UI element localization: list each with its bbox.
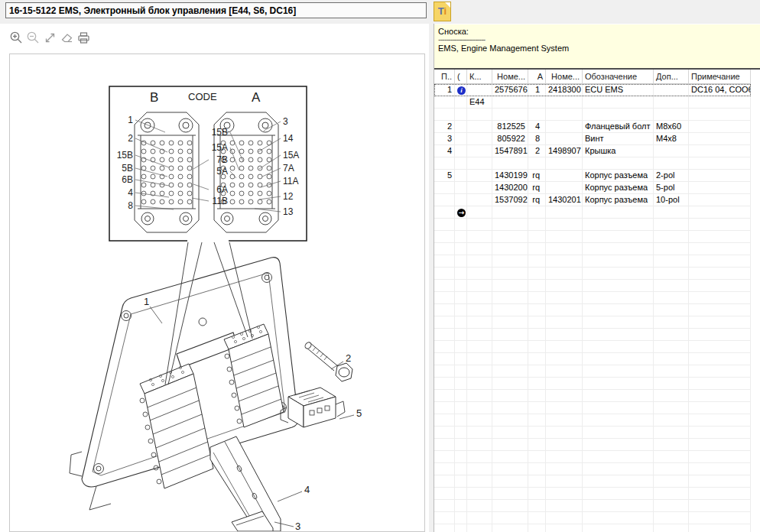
table-row[interactable] xyxy=(434,341,751,353)
table-cell xyxy=(528,451,546,463)
table-row[interactable]: 28125254Фланцевый болтM8x60 xyxy=(434,121,751,133)
table-cell xyxy=(467,451,492,463)
table-cell xyxy=(434,255,455,268)
table-row[interactable] xyxy=(434,304,751,316)
table-cell: rq xyxy=(528,182,546,194)
table-row[interactable] xyxy=(434,316,751,329)
svg-text:11B: 11B xyxy=(213,196,228,206)
table-row[interactable] xyxy=(434,427,751,439)
zoom-in-icon[interactable] xyxy=(9,31,24,45)
table-cell xyxy=(546,439,583,451)
table-cell xyxy=(546,451,583,463)
table-cell: 2 xyxy=(528,145,546,157)
table-row[interactable]: 1537092rq1430201Корпус разъема10-pol xyxy=(434,194,751,206)
table-row[interactable] xyxy=(434,365,751,378)
table-cell xyxy=(689,145,751,157)
table-cell xyxy=(654,206,689,219)
table-cell xyxy=(467,378,492,390)
table-row[interactable] xyxy=(434,243,751,255)
table-row[interactable] xyxy=(434,488,751,500)
table-row[interactable]: 38059228ВинтM4x8 xyxy=(434,133,751,145)
table-cell xyxy=(546,243,583,255)
table-row[interactable] xyxy=(434,329,751,341)
table-cell xyxy=(528,219,546,231)
column-header[interactable]: Номе... xyxy=(492,70,528,84)
table-cell: M8x60 xyxy=(654,121,689,133)
table-cell xyxy=(583,524,654,532)
svg-text:4: 4 xyxy=(128,187,133,198)
table-row[interactable]: 1430200rqКорпус разъема5-pol xyxy=(434,182,751,194)
column-header[interactable]: П.. xyxy=(434,70,455,84)
column-header[interactable]: Доп... xyxy=(654,70,689,84)
column-header[interactable]: ( xyxy=(455,70,467,84)
table-row[interactable] xyxy=(434,500,751,512)
table-cell xyxy=(654,292,689,304)
table-row[interactable] xyxy=(434,157,751,170)
info-icon[interactable]: i xyxy=(457,86,466,95)
table-row[interactable] xyxy=(434,255,751,268)
column-header[interactable]: К... xyxy=(467,70,492,84)
table-row[interactable] xyxy=(434,390,751,402)
table-row[interactable] xyxy=(434,475,751,488)
table-row[interactable] xyxy=(434,451,751,463)
section-title-field[interactable]: 16-15-5122 EMS, Электронный блок управле… xyxy=(5,2,427,18)
technical-info-icon[interactable]: Ti xyxy=(434,2,451,21)
fit-view-icon[interactable] xyxy=(43,31,57,45)
column-header[interactable]: Примечание xyxy=(689,70,751,84)
table-row[interactable] xyxy=(434,439,751,451)
column-header[interactable]: Обозначение xyxy=(583,70,654,84)
table-cell xyxy=(434,353,455,365)
table-row[interactable]: 51430199rqКорпус разъема2-pol xyxy=(434,170,751,182)
table-row[interactable]: E44 xyxy=(434,96,751,109)
table-cell xyxy=(546,427,583,439)
table-cell xyxy=(689,439,751,451)
table-row[interactable] xyxy=(434,463,751,475)
table-cell xyxy=(654,512,689,524)
table-cell xyxy=(434,500,455,512)
table-row[interactable] xyxy=(434,280,751,292)
table-cell xyxy=(654,280,689,292)
column-header[interactable]: А xyxy=(528,70,546,84)
table-cell xyxy=(528,157,546,170)
svg-text:6B: 6B xyxy=(122,174,133,185)
table-cell xyxy=(434,414,455,427)
table-cell xyxy=(492,512,528,524)
table-cell xyxy=(528,255,546,268)
parts-panel: Сноска: ----------------------- EMS, Eng… xyxy=(434,24,760,532)
illustration-canvas[interactable]: B CODE A xyxy=(9,54,425,532)
print-icon[interactable] xyxy=(76,31,91,45)
table-row[interactable] xyxy=(434,524,751,532)
app-window: 16-15-5122 EMS, Электронный блок управле… xyxy=(0,0,760,532)
svg-text:13: 13 xyxy=(283,206,294,217)
table-cell xyxy=(654,316,689,329)
table-cell xyxy=(546,488,583,500)
table-cell xyxy=(654,500,689,512)
svg-text:15B: 15B xyxy=(212,127,228,138)
arrow-right-icon[interactable]: → xyxy=(457,209,466,217)
table-row[interactable] xyxy=(434,353,751,365)
table-row[interactable] xyxy=(434,512,751,524)
table-cell xyxy=(455,524,467,532)
table-cell xyxy=(434,157,455,170)
table-row[interactable]: → xyxy=(434,206,751,219)
eraser-icon[interactable] xyxy=(60,31,74,45)
table-row[interactable] xyxy=(434,268,751,280)
table-row[interactable] xyxy=(434,292,751,304)
table-cell xyxy=(689,121,751,133)
table-cell xyxy=(434,512,455,524)
table-row[interactable] xyxy=(434,231,751,243)
table-row[interactable] xyxy=(434,219,751,231)
table-cell xyxy=(492,231,528,243)
table-row[interactable] xyxy=(434,414,751,427)
zoom-out-icon[interactable] xyxy=(26,31,41,45)
table-row[interactable] xyxy=(434,402,751,414)
table-cell xyxy=(583,402,654,414)
table-cell xyxy=(689,451,751,463)
table-row[interactable]: 1i257567612418300ECU EMSDC16 04, COO6 xyxy=(434,84,751,96)
table-cell xyxy=(492,206,528,219)
table-row[interactable] xyxy=(434,378,751,390)
table-cell xyxy=(434,292,455,304)
table-row[interactable]: 4154789121498907Крышка xyxy=(434,145,751,157)
table-row[interactable] xyxy=(434,109,751,121)
column-header[interactable]: Номе... xyxy=(546,70,583,84)
